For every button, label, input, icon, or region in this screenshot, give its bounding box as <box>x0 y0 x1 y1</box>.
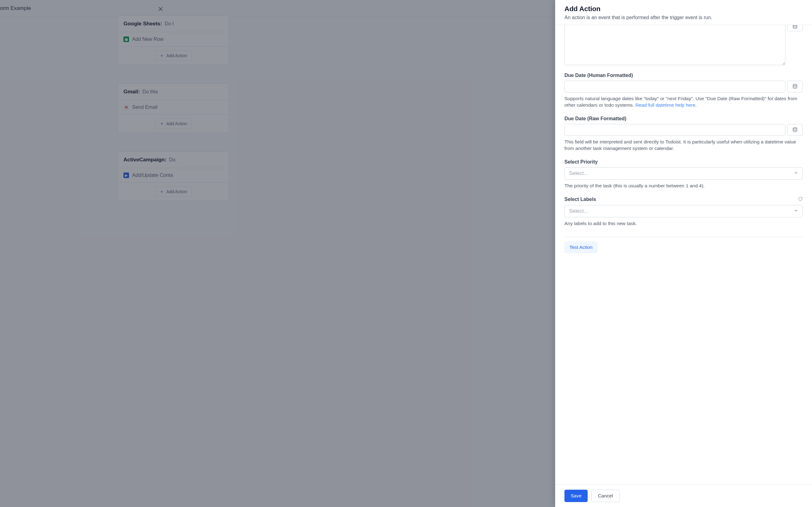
chevron-down-icon <box>794 171 798 176</box>
field-label: Select Labels <box>564 196 596 202</box>
labels-select[interactable]: Select... <box>564 205 803 217</box>
insert-data-button[interactable] <box>787 124 803 136</box>
due-date-human-input[interactable] <box>564 81 785 93</box>
chevron-down-icon <box>794 208 798 214</box>
select-placeholder: Select... <box>569 170 588 176</box>
svg-point-1 <box>793 84 797 86</box>
add-action-panel: Add Action An action is an event that is… <box>555 0 812 507</box>
panel-description: An action is an event that is performed … <box>564 15 803 20</box>
refresh-icon[interactable] <box>798 196 803 203</box>
datetime-help-link[interactable]: Read full datetime help here <box>635 102 695 108</box>
panel-header: Add Action An action is an event that is… <box>555 0 812 25</box>
priority-select[interactable]: Select... <box>564 167 803 180</box>
save-button[interactable]: Save <box>564 490 588 502</box>
svg-point-2 <box>793 127 797 129</box>
panel-body: Due Date (Human Formatted) Supports natu… <box>555 25 812 485</box>
database-icon <box>792 84 798 89</box>
field-due-date-human: Due Date (Human Formatted) Supports natu… <box>564 73 803 109</box>
database-icon <box>792 25 798 30</box>
field-labels: Select Labels Select... Any labels to ad… <box>564 196 803 227</box>
field-help-text: The priority of the task (this is usuall… <box>564 183 803 189</box>
svg-point-0 <box>793 25 797 26</box>
task-content-textarea[interactable] <box>564 25 785 65</box>
database-icon <box>792 127 798 133</box>
panel-footer: Save Cancel <box>555 485 812 507</box>
insert-data-button[interactable] <box>787 25 803 31</box>
field-label: Due Date (Raw Formatted) <box>564 116 626 121</box>
field-help-text: Supports natural language dates like "to… <box>564 96 803 109</box>
field-help-text: Any labels to add to this new task. <box>564 220 803 227</box>
field-label: Due Date (Human Formatted) <box>564 73 633 78</box>
test-action-row: Test Action <box>564 237 803 253</box>
panel-title: Add Action <box>564 5 803 13</box>
cancel-button[interactable]: Cancel <box>591 490 619 502</box>
due-date-raw-input[interactable] <box>564 124 785 136</box>
field-priority: Select Priority Select... The priority o… <box>564 159 803 189</box>
insert-data-button[interactable] <box>787 81 803 93</box>
field-label: Select Priority <box>564 159 598 165</box>
field-help-text: This field will be interpreted and sent … <box>564 139 803 152</box>
test-action-button[interactable]: Test Action <box>564 241 598 253</box>
field-due-date-raw: Due Date (Raw Formatted) This field will… <box>564 116 803 152</box>
select-placeholder: Select... <box>569 208 588 214</box>
